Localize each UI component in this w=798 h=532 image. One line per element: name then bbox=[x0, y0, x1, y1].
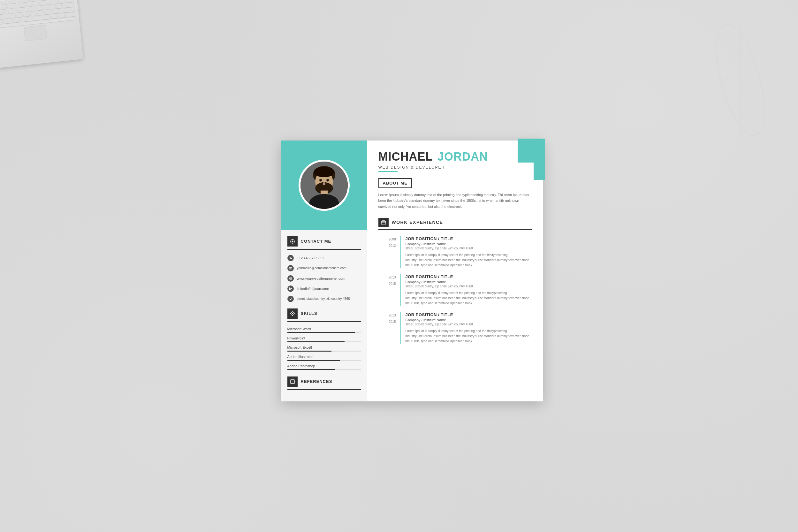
phone-icon bbox=[287, 255, 294, 261]
skill-bar-microsoft-word bbox=[287, 332, 355, 333]
work-experience-section: WORK EXPERIENCE 2008 2012 JOB POSITION /… bbox=[378, 218, 532, 344]
contact-icon-box bbox=[287, 236, 298, 247]
job-title: WEB DESIGN & DEVELOPER bbox=[378, 165, 532, 170]
contact-section-title: CONTACT ME bbox=[301, 239, 331, 244]
svg-line-3 bbox=[741, 61, 757, 70]
full-name: MICHAEL JORDAN bbox=[378, 150, 532, 164]
about-me-text: Lorem Ipsum is simply dummy text of the … bbox=[378, 192, 532, 210]
last-name: JORDAN bbox=[437, 150, 488, 163]
contact-phone: +123 4567 89352 bbox=[287, 255, 361, 261]
avatar bbox=[299, 160, 350, 211]
linkedin-icon bbox=[287, 285, 294, 292]
svg-line-2 bbox=[741, 48, 757, 61]
email-icon bbox=[287, 265, 294, 271]
job-1-body: JOB POSITION / TITLE Company / Institute… bbox=[405, 236, 532, 268]
svg-line-6 bbox=[725, 61, 741, 70]
job-3-years: 2013 2015 bbox=[378, 312, 396, 344]
web-icon bbox=[287, 275, 294, 282]
svg-point-19 bbox=[314, 166, 334, 177]
svg-line-5 bbox=[725, 48, 741, 61]
job-entry-2: 2013 2015 JOB POSITION / TITLE Company /… bbox=[378, 274, 532, 306]
first-name: MICHAEL bbox=[378, 150, 433, 163]
svg-line-7 bbox=[723, 73, 741, 81]
svg-point-27 bbox=[289, 287, 290, 288]
job-2-body: JOB POSITION / TITLE Company / Institute… bbox=[405, 274, 532, 306]
photo-header bbox=[281, 140, 367, 230]
about-me-header: ABOUT ME bbox=[378, 178, 412, 188]
work-experience-header: WORK EXPERIENCE bbox=[378, 218, 532, 230]
svg-point-18 bbox=[323, 182, 325, 185]
skill-photoshop: Adobe Photoshop bbox=[287, 364, 361, 370]
skills-section-header: SKILLS bbox=[287, 308, 361, 322]
about-me-section: ABOUT ME Lorem Ipsum is simply dummy tex… bbox=[378, 178, 532, 210]
skills-icon-box bbox=[287, 308, 298, 319]
references-section-title: REFERENCES bbox=[301, 379, 332, 384]
references-section: REFERENCES bbox=[287, 377, 361, 390]
job-1-description: Lorem Ipsum is simply dummy text of the … bbox=[405, 252, 532, 268]
svg-point-16 bbox=[319, 179, 322, 182]
title-underline bbox=[378, 171, 398, 172]
job-3-description: Lorem Ipsum is simply dummy text of the … bbox=[405, 328, 532, 344]
job-entry-3: 2013 2015 JOB POSITION / TITLE Company /… bbox=[378, 312, 532, 344]
timeline-2 bbox=[400, 274, 401, 306]
skills-section: SKILLS Microsoft Word PowerPoint Mic bbox=[287, 308, 361, 370]
svg-point-30 bbox=[292, 313, 293, 314]
job-2-company: Company / Institute Name bbox=[405, 280, 532, 284]
job-2-position: JOB POSITION / TITLE bbox=[405, 274, 532, 279]
job-2-address: street, state/country, zip code with cou… bbox=[405, 285, 532, 288]
svg-rect-26 bbox=[289, 288, 290, 290]
job-3-address: street, state/country, zip code with cou… bbox=[405, 323, 532, 326]
contact-email: yourmailid@domainnamehere.com bbox=[287, 265, 361, 271]
skill-bar-illustrator bbox=[287, 360, 340, 361]
skill-bar-photoshop bbox=[287, 369, 335, 370]
skill-excel: Microsoft Excell bbox=[287, 345, 361, 352]
timeline-3 bbox=[400, 312, 401, 344]
job-entry-1: 2008 2012 JOB POSITION / TITLE Company /… bbox=[378, 236, 532, 268]
svg-point-21 bbox=[291, 241, 293, 242]
job-3-body: JOB POSITION / TITLE Company / Institute… bbox=[405, 312, 532, 344]
skills-section-title: SKILLS bbox=[301, 311, 318, 316]
job-1-years: 2008 2012 bbox=[378, 236, 396, 268]
svg-rect-35 bbox=[290, 380, 294, 383]
skill-microsoft-word: Microsoft Word bbox=[287, 327, 361, 333]
svg-line-4 bbox=[741, 73, 758, 81]
job-2-description: Lorem Ipsum is simply dummy text of the … bbox=[405, 290, 532, 306]
svg-rect-22 bbox=[289, 267, 292, 269]
skill-bar-excel bbox=[287, 350, 331, 352]
svg-point-0 bbox=[707, 19, 774, 140]
work-icon-box bbox=[378, 218, 388, 227]
job-2-years: 2013 2015 bbox=[378, 274, 396, 306]
skill-bar-powerpoint bbox=[287, 341, 345, 342]
job-3-position: JOB POSITION / TITLE bbox=[405, 312, 532, 317]
contact-linkedin: linkedin/in/yourname bbox=[287, 285, 361, 292]
skill-powerpoint: PowerPoint bbox=[287, 336, 361, 342]
svg-point-28 bbox=[290, 298, 290, 299]
name-section: MICHAEL JORDAN WEB DESIGN & DEVELOPER bbox=[378, 150, 532, 172]
work-experience-title: WORK EXPERIENCE bbox=[392, 220, 443, 225]
resume-sidebar: CONTACT ME +123 4567 89352 bbox=[281, 140, 367, 401]
skill-illustrator: Adobe Illustrator bbox=[287, 355, 361, 361]
job-1-position: JOB POSITION / TITLE bbox=[405, 236, 532, 241]
resume-main: MICHAEL JORDAN WEB DESIGN & DEVELOPER AB… bbox=[367, 140, 543, 401]
timeline-1 bbox=[400, 236, 401, 268]
svg-point-17 bbox=[326, 179, 328, 182]
job-3-company: Company / Institute Name bbox=[405, 318, 532, 322]
job-1-company: Company / Institute Name bbox=[405, 242, 532, 246]
svg-rect-38 bbox=[381, 221, 386, 225]
location-icon bbox=[287, 296, 294, 302]
references-icon-box bbox=[287, 377, 298, 387]
contact-location: street, state/country, zip country 4568 bbox=[287, 296, 361, 302]
contact-section-header: CONTACT ME bbox=[287, 236, 361, 250]
resume-document: CONTACT ME +123 4567 89352 bbox=[281, 140, 543, 401]
contact-website: www.yourwebsitenameher.com bbox=[287, 275, 361, 282]
job-1-address: street, state/country, zip code with cou… bbox=[405, 247, 532, 250]
sidebar-content: CONTACT ME +123 4567 89352 bbox=[281, 230, 367, 401]
references-section-header: REFERENCES bbox=[287, 377, 361, 390]
